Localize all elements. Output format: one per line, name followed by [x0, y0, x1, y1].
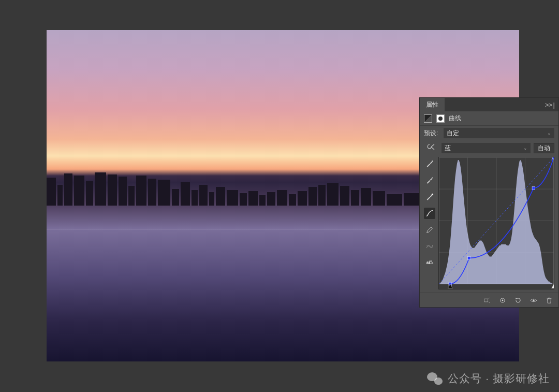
curves-thumb-icon — [424, 114, 432, 123]
watermark: 公众号 · 摄影研修社 — [427, 371, 550, 386]
eye-icon[interactable] — [529, 296, 538, 304]
svg-point-18 — [502, 299, 504, 301]
panel-tabbar: 属性 >> | — [420, 98, 558, 111]
adjustment-subheader: 曲线 — [420, 111, 558, 126]
eyedropper-white-icon[interactable] — [424, 191, 435, 202]
reset-icon[interactable] — [514, 296, 522, 304]
panel-menu-icon[interactable]: >> | — [541, 101, 558, 109]
chevron-down-icon: ⌄ — [523, 146, 527, 151]
adjustment-name: 曲线 — [449, 114, 461, 123]
wechat-icon — [427, 372, 443, 385]
watermark-text: 公众号 · 摄影研修社 — [448, 371, 550, 386]
panel-footer — [420, 293, 558, 307]
svg-point-2 — [432, 194, 433, 195]
clip-warning-icon[interactable]: ! — [424, 257, 435, 269]
target-adjust-icon[interactable] — [424, 142, 438, 154]
channel-row: 蓝 ⌄ 自动 — [420, 140, 558, 156]
svg-rect-14 — [532, 186, 535, 190]
svg-text:!: ! — [431, 261, 431, 264]
curve-tool-column: ! — [424, 157, 435, 289]
svg-rect-15 — [552, 157, 554, 159]
curve-editor: ! — [420, 156, 558, 293]
trash-icon[interactable] — [545, 296, 553, 304]
curve-graph[interactable] — [438, 157, 554, 289]
svg-point-19 — [533, 299, 535, 301]
properties-tab[interactable]: 属性 — [420, 98, 445, 111]
curve-edit-icon[interactable] — [424, 208, 435, 219]
auto-button[interactable]: 自动 — [534, 143, 554, 153]
pencil-icon[interactable] — [424, 224, 435, 236]
channel-value: 蓝 — [445, 144, 451, 153]
cycle-icon[interactable] — [498, 296, 507, 304]
chevron-down-icon: ⌄ — [547, 130, 551, 136]
layer-mask-icon[interactable] — [436, 114, 445, 123]
svg-rect-16 — [484, 299, 488, 302]
svg-rect-13 — [468, 256, 471, 259]
channel-select[interactable]: 蓝 ⌄ — [442, 143, 531, 153]
clip-toggle-icon[interactable] — [483, 296, 491, 304]
preset-row: 预设: 自定 ⌄ — [420, 126, 558, 140]
eyedropper-black-icon[interactable] — [424, 158, 435, 169]
preset-select[interactable]: 自定 ⌄ — [444, 128, 554, 138]
preset-label: 预设: — [424, 129, 440, 138]
eyedropper-gray-icon[interactable] — [424, 175, 435, 186]
properties-panel: 属性 >> | 曲线 预设: 自定 ⌄ 蓝 ⌄ 自动 — [419, 97, 559, 308]
svg-point-1 — [432, 177, 433, 179]
smooth-icon[interactable] — [424, 241, 435, 252]
svg-point-0 — [432, 161, 433, 162]
preset-value: 自定 — [447, 129, 459, 138]
